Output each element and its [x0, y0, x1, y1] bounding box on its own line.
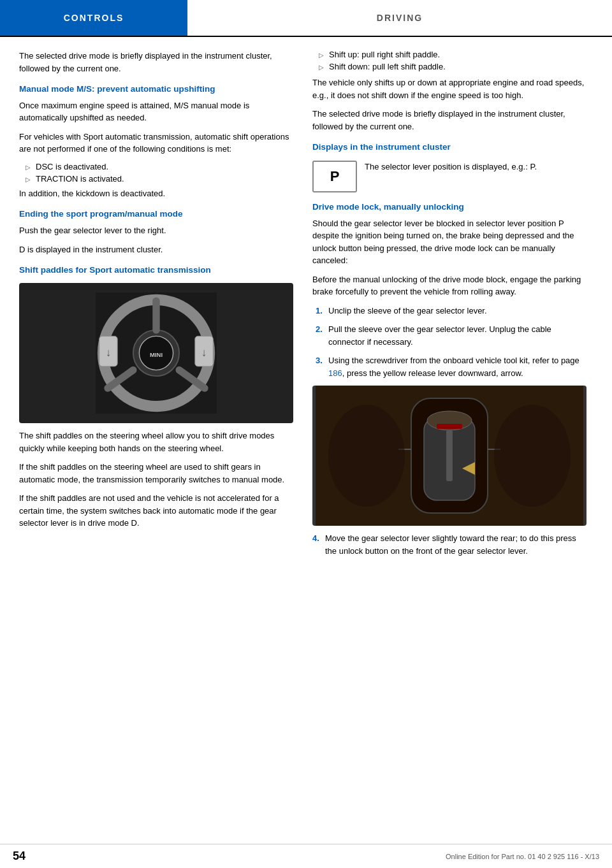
shift-paddles-p3: If the shift paddles are not used and th…: [19, 492, 293, 530]
bullet-dsc: ▷ DSC is deactivated.: [19, 162, 293, 171]
bullet-traction-text: TRACTION is activated.: [36, 174, 124, 184]
section1-p3: In addition, the kickdown is deactivated…: [19, 187, 293, 200]
header-driving-label: DRIVING: [187, 13, 612, 23]
drive-lock-heading: Drive mode lock, manually unlocking: [312, 201, 586, 213]
bullet-arrow-icon2: ▷: [26, 176, 31, 183]
intro-paragraph: The selected drive mode is briefly displ…: [19, 50, 293, 75]
svg-text:MINI: MINI: [150, 351, 163, 358]
section2-heading: Ending the sport program/manual mode: [19, 208, 293, 221]
svg-point-22: [494, 405, 571, 507]
cluster-p-symbol: P: [312, 161, 357, 192]
shift-paddles-p2: If the shift paddles on the steering whe…: [19, 461, 293, 486]
bullet-dsc-text: DSC is deactivated.: [36, 162, 108, 171]
step4-num: 4.: [312, 532, 325, 557]
section1-p2: For vehicles with Sport automatic transm…: [19, 131, 293, 156]
step3-text: Using the screwdriver from the onboard v…: [328, 354, 586, 379]
controls-text: CONTROLS: [64, 13, 124, 23]
shift-p1: The vehicle only shifts up or down at ap…: [312, 76, 586, 101]
step1: 1. Unclip the sleeve of the gear selecto…: [316, 305, 586, 317]
displays-heading: Displays in the instrument cluster: [312, 141, 586, 154]
bullet-shift-up-text: Shift up: pull right shift paddle.: [329, 50, 440, 59]
shift-p2: The selected drive mode is briefly displ…: [312, 108, 586, 133]
section3-heading: Shift paddles for Sport automatic transm…: [19, 264, 293, 277]
section1-p1: Once maximum engine speed is attained, M…: [19, 99, 293, 124]
svg-text:↓: ↓: [201, 347, 207, 359]
footer-text: Online Edition for Part no. 01 40 2 925 …: [446, 853, 599, 860]
section2-p2: D is displayed in the instrument cluster…: [19, 243, 293, 256]
header-controls-label: CONTROLS: [0, 0, 187, 36]
step3-text-after: , press the yellow release lever downwar…: [342, 368, 523, 378]
bullet-arrow-icon: ▷: [26, 164, 31, 171]
svg-text:↓: ↓: [106, 347, 112, 359]
step2: 2. Pull the sleeve over the gear selecto…: [316, 323, 586, 348]
svg-rect-17: [446, 430, 453, 481]
step1-text: Unclip the sleeve of the gear selector l…: [328, 305, 586, 317]
step1-num: 1.: [316, 305, 328, 317]
steering-wheel-image: MINI ↓ ↓: [19, 283, 293, 423]
svg-rect-16: [437, 424, 462, 429]
page-header: CONTROLS DRIVING: [0, 0, 612, 37]
bullet-traction: ▷ TRACTION is activated.: [19, 174, 293, 184]
step4: 4. Move the gear selector lever slightly…: [312, 532, 586, 557]
cluster-display: P The selector lever position is display…: [312, 157, 586, 192]
svg-point-21: [328, 405, 405, 507]
bullet-arrow-icon3: ▷: [319, 52, 324, 59]
cluster-text: The selector lever position is displayed…: [365, 157, 537, 173]
step3: 3. Using the screwdriver from the onboar…: [316, 354, 586, 379]
drive-lock-p1: Should the gear selector lever be blocke…: [312, 217, 586, 267]
section1-heading: Manual mode M/S: prevent automatic upshi…: [19, 83, 293, 96]
left-column: The selected drive mode is briefly displ…: [19, 50, 293, 563]
driving-text: DRIVING: [377, 13, 423, 23]
steering-wheel-svg: MINI ↓ ↓: [96, 293, 217, 414]
drive-lock-p2: Before the manual unlocking of the drive…: [312, 273, 586, 298]
shift-paddles-p1: The shift paddles on the steering wheel …: [19, 430, 293, 454]
step4-text: Move the gear selector lever slightly to…: [325, 532, 586, 557]
step3-num: 3.: [316, 354, 328, 379]
gear-selector-image: [312, 386, 586, 526]
page-number: 54: [13, 850, 26, 863]
page-footer: 54 Online Edition for Part no. 01 40 2 9…: [0, 844, 612, 868]
numbered-steps: 1. Unclip the sleeve of the gear selecto…: [312, 305, 586, 380]
step3-text-before: Using the screwdriver from the onboard v…: [328, 356, 579, 365]
bullet-shift-up: ▷ Shift up: pull right shift paddle.: [312, 50, 586, 59]
bullet-arrow-icon4: ▷: [319, 64, 324, 71]
gear-selector-svg: [312, 386, 586, 526]
step2-text: Pull the sleeve over the gear selector l…: [328, 323, 586, 348]
main-content: The selected drive mode is briefly displ…: [0, 37, 612, 576]
step3-link[interactable]: 186: [328, 368, 342, 378]
bullet-shift-down-text: Shift down: pull left shift paddle.: [329, 62, 446, 71]
step2-num: 2.: [316, 323, 328, 348]
right-column: ▷ Shift up: pull right shift paddle. ▷ S…: [312, 50, 586, 563]
bullet-shift-down: ▷ Shift down: pull left shift paddle.: [312, 62, 586, 71]
section2-p1: Push the gear selector lever to the righ…: [19, 224, 293, 237]
